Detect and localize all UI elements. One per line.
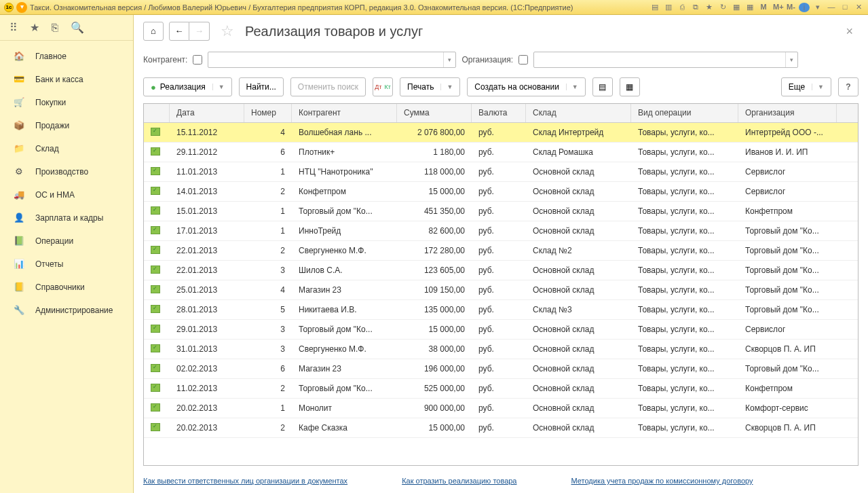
cell-number: 1 bbox=[244, 403, 292, 413]
col-icon[interactable] bbox=[144, 104, 170, 122]
col-org[interactable]: Организация bbox=[738, 104, 837, 122]
dtkt-button[interactable]: ДтКт bbox=[373, 77, 393, 96]
cell-sum: 123 605,00 bbox=[397, 266, 472, 275]
clipboard-icon[interactable]: ⎘ bbox=[52, 22, 58, 34]
table-row[interactable]: 31.01.2013 3 Свергуненко М.Ф. 38 000,00 … bbox=[144, 340, 858, 359]
sidebar-item-7[interactable]: 👤Зарплата и кадры bbox=[0, 206, 133, 230]
cell-operation: Товары, услуги, ко... bbox=[631, 423, 738, 433]
sidebar-item-6[interactable]: 🚚ОС и НМА bbox=[0, 183, 133, 206]
find-button[interactable]: Найти... bbox=[239, 77, 284, 96]
card-icon-button[interactable]: ▦ bbox=[620, 77, 640, 96]
col-number[interactable]: Номер bbox=[244, 104, 292, 122]
cell-sum: 900 000,00 bbox=[397, 403, 472, 413]
calculator-icon[interactable]: ▦ bbox=[731, 3, 742, 12]
cell-currency: руб. bbox=[472, 128, 526, 137]
forward-button[interactable]: → bbox=[189, 22, 210, 41]
col-date[interactable]: Дата bbox=[170, 104, 244, 122]
col-contragent[interactable]: Контрагент bbox=[292, 104, 397, 122]
cancel-search-button[interactable]: Отменить поиск bbox=[290, 77, 366, 96]
sidebar-icon: 🚚 bbox=[12, 189, 26, 200]
apps-icon[interactable]: ⠿ bbox=[10, 21, 18, 34]
sidebar-icon: 🏠 bbox=[12, 51, 26, 62]
chevron-down-icon[interactable]: ▾ bbox=[785, 52, 797, 67]
footer-link-2[interactable]: Как отразить реализацию товара bbox=[402, 477, 516, 485]
table-row[interactable]: 22.01.2013 3 Шилов С.А. 123 605,00 руб. … bbox=[144, 261, 858, 280]
search-icon[interactable]: 🔍 bbox=[71, 21, 84, 34]
table-row[interactable]: 02.02.2013 6 Магазин 23 196 000,00 руб. … bbox=[144, 359, 858, 379]
table-row[interactable]: 20.02.2013 1 Монолит 900 000,00 руб. Осн… bbox=[144, 399, 858, 418]
sidebar-item-0[interactable]: 🏠Главное bbox=[0, 45, 133, 68]
sidebar-item-1[interactable]: 💳Банк и касса bbox=[0, 68, 133, 91]
cell-currency: руб. bbox=[472, 364, 526, 373]
org-label: Организация: bbox=[461, 55, 513, 65]
print-button[interactable]: Печать▼ bbox=[400, 77, 460, 96]
favorite-icon[interactable]: ☆ bbox=[221, 22, 234, 40]
sidebar-label: Зарплата и кадры bbox=[35, 213, 103, 223]
sidebar-item-5[interactable]: ⚙Производство bbox=[0, 160, 133, 183]
col-store[interactable]: Склад bbox=[526, 104, 631, 122]
star-icon[interactable]: ★ bbox=[704, 3, 715, 12]
sidebar-item-8[interactable]: 📗Операции bbox=[0, 230, 133, 253]
copy-icon[interactable]: ⧉ bbox=[690, 3, 701, 12]
home-button[interactable]: ⌂ bbox=[143, 22, 164, 41]
cell-currency: руб. bbox=[472, 147, 526, 157]
close-tab-button[interactable]: × bbox=[840, 22, 858, 41]
star-icon[interactable]: ★ bbox=[30, 21, 39, 34]
sidebar-item-3[interactable]: 📦Продажи bbox=[0, 114, 133, 137]
dropdown-icon[interactable]: ▾ bbox=[16, 2, 27, 13]
more-button[interactable]: Еще▼ bbox=[781, 77, 831, 96]
m-plus-button[interactable]: M+ bbox=[772, 3, 782, 12]
table-row[interactable]: 11.02.2013 2 Торговый дом "Ко... 525 000… bbox=[144, 379, 858, 399]
print-icon[interactable]: ⎙ bbox=[677, 3, 687, 12]
table-row[interactable]: 29.11.2012 6 Плотник+ 1 180,00 руб. Скла… bbox=[144, 143, 858, 162]
sidebar-item-10[interactable]: 📒Справочники bbox=[0, 276, 133, 299]
col-sum[interactable]: Сумма bbox=[397, 104, 472, 122]
table-row[interactable]: 15.01.2013 1 Торговый дом "Ко... 451 350… bbox=[144, 202, 858, 221]
sidebar-item-11[interactable]: 🔧Администрирование bbox=[0, 299, 133, 322]
history-icon[interactable]: ↻ bbox=[717, 3, 728, 12]
cell-operation: Товары, услуги, ко... bbox=[631, 266, 738, 275]
m-minus-button[interactable]: M- bbox=[785, 3, 796, 12]
col-operation[interactable]: Вид операции bbox=[631, 104, 738, 122]
doc-icon[interactable]: ▥ bbox=[663, 3, 674, 12]
col-currency[interactable]: Валюта bbox=[472, 104, 526, 122]
doc-icon[interactable]: ▤ bbox=[649, 3, 660, 12]
org-checkbox[interactable] bbox=[518, 55, 528, 65]
table-row[interactable]: 14.01.2013 2 Конфетпром 15 000,00 руб. О… bbox=[144, 182, 858, 202]
realize-button[interactable]: Реализация▼ bbox=[143, 77, 232, 96]
table-row[interactable]: 28.01.2013 5 Никитаева И.В. 135 000,00 р… bbox=[144, 300, 858, 320]
table-row[interactable]: 20.02.2013 2 Кафе Сказка 15 000,00 руб. … bbox=[144, 418, 858, 438]
table-row[interactable]: 22.01.2013 2 Свергуненко М.Ф. 172 280,00… bbox=[144, 241, 858, 261]
cell-contragent: Торговый дом "Ко... bbox=[292, 325, 397, 334]
table-row[interactable]: 29.01.2013 3 Торговый дом "Ко... 15 000,… bbox=[144, 320, 858, 340]
contragent-input[interactable]: ▾ bbox=[208, 52, 456, 68]
m-button[interactable]: M bbox=[758, 3, 769, 12]
org-input[interactable]: ▾ bbox=[533, 52, 798, 68]
table-row[interactable]: 17.01.2013 1 ИнноТрейд 82 600,00 руб. Ос… bbox=[144, 221, 858, 241]
table-row[interactable]: 15.11.2012 4 Волшебная лань ... 2 076 80… bbox=[144, 123, 858, 143]
help-button[interactable]: ? bbox=[838, 77, 858, 96]
sidebar-item-2[interactable]: 🛒Покупки bbox=[0, 91, 133, 114]
back-button[interactable]: ← bbox=[169, 22, 189, 41]
maximize-button[interactable]: □ bbox=[839, 3, 850, 12]
cell-currency: руб. bbox=[472, 305, 526, 314]
document-icon bbox=[151, 147, 160, 156]
info-dd-icon[interactable]: ▾ bbox=[812, 3, 823, 12]
footer-link-1[interactable]: Как вывести ответственных лиц организаци… bbox=[143, 477, 347, 485]
table-row[interactable]: 11.01.2013 1 НТЦ "Нанотроника" 118 000,0… bbox=[144, 162, 858, 182]
chevron-down-icon[interactable]: ▾ bbox=[443, 52, 455, 67]
create-based-button[interactable]: Создать на основании▼ bbox=[467, 77, 585, 96]
footer-link-3[interactable]: Методика учета продаж по комиссионному д… bbox=[571, 477, 753, 485]
sidebar-item-4[interactable]: 📁Склад bbox=[0, 137, 133, 160]
sidebar-icon: 🛒 bbox=[12, 97, 26, 108]
sidebar-item-9[interactable]: 📊Отчеты bbox=[0, 253, 133, 276]
close-button[interactable]: ✕ bbox=[853, 3, 864, 12]
contragent-checkbox[interactable] bbox=[193, 55, 202, 65]
minimize-button[interactable]: — bbox=[826, 3, 837, 12]
cell-date: 31.01.2013 bbox=[170, 344, 244, 354]
calendar-icon[interactable]: ▦ bbox=[744, 3, 755, 12]
table-row[interactable]: 25.01.2013 4 Магазин 23 109 150,00 руб. … bbox=[144, 280, 858, 300]
list-icon-button[interactable]: ▤ bbox=[592, 77, 613, 96]
cell-operation: Товары, услуги, ко... bbox=[631, 364, 738, 373]
info-icon[interactable]: i bbox=[799, 3, 810, 12]
